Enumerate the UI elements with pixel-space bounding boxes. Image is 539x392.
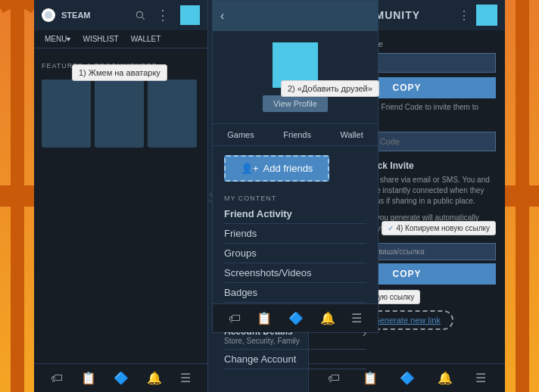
bottom-tag-icon-mid[interactable]: 🏷 <box>229 312 241 325</box>
bottom-list-icon[interactable]: 📋 <box>81 371 96 385</box>
svg-point-1 <box>136 11 142 17</box>
gift-right <box>505 0 539 392</box>
game-cards-row <box>34 76 207 151</box>
game-card-1 <box>42 79 91 148</box>
gift-left <box>0 0 34 392</box>
menu-items: Friend Activity Friends Groups Screensho… <box>213 204 378 369</box>
tab-wallet[interactable]: Wallet <box>341 130 363 139</box>
steam-nav: MENU▾ WISHLIST WALLET <box>34 30 207 48</box>
svg-point-0 <box>45 11 52 19</box>
nav-wishlist[interactable]: WISHLIST <box>79 33 121 45</box>
bottom-bell-icon-right[interactable]: 🔔 <box>438 371 453 385</box>
game-card-2 <box>95 79 144 148</box>
menu-friend-activity[interactable]: Friend Activity <box>224 204 366 224</box>
more-icon[interactable]: ⋮ <box>156 7 170 23</box>
middle-header: ‹ <box>213 1 378 31</box>
community-avatar[interactable] <box>476 5 497 26</box>
add-friends-label: Add friends <box>263 163 313 174</box>
tab-games[interactable]: Games <box>227 130 254 139</box>
game-card-3 <box>148 79 197 148</box>
search-icon[interactable] <box>135 10 145 20</box>
view-profile-button[interactable]: View Profile <box>263 95 328 112</box>
add-friends-button[interactable]: 👤+ Add friends <box>224 155 329 182</box>
bottom-bell-icon[interactable]: 🔔 <box>147 371 162 385</box>
menu-friends[interactable]: Friends <box>224 224 366 244</box>
add-friends-tooltip: 2) «Добавить друзей» <box>281 80 379 97</box>
profile-tabs: Games Friends Wallet <box>213 123 378 146</box>
bottom-list-icon-mid[interactable]: 📋 <box>257 311 272 325</box>
bottom-menu-icon[interactable]: ☰ <box>180 371 191 385</box>
main-container: steamgifts... STEAM ⋮ MENU▾ WISHLIST WAL… <box>34 0 505 392</box>
bottom-tag-icon-right[interactable]: 🏷 <box>328 372 340 385</box>
bottom-diamond-icon-mid[interactable]: 🔷 <box>288 311 304 325</box>
nav-menu[interactable]: MENU▾ <box>42 33 73 45</box>
middle-bottom-nav: 🏷 📋 🔷 🔔 ☰ <box>213 303 378 332</box>
bottom-list-icon-right[interactable]: 📋 <box>363 371 378 385</box>
left-bottom-nav: 🏷 📋 🔷 🔔 ☰ <box>34 363 207 392</box>
svg-line-2 <box>142 17 145 20</box>
bottom-tag-icon[interactable]: 🏷 <box>51 372 63 385</box>
copy-tooltip-text: 4) Копируем новую ссылку <box>396 224 490 232</box>
tab-friends[interactable]: Friends <box>283 130 311 139</box>
community-menu-icon[interactable]: ⋮ <box>458 8 470 23</box>
menu-badges[interactable]: Badges <box>224 283 366 303</box>
account-details-subtitle: Store, Security, Family <box>224 337 366 345</box>
my-content-label: MY CONTENT <box>213 191 378 204</box>
steam-logo-text: STEAM <box>61 11 91 20</box>
menu-screenshots[interactable]: Screenshots/Videos <box>224 263 366 283</box>
user-avatar-small[interactable] <box>180 5 200 25</box>
bottom-menu-icon-right[interactable]: ☰ <box>475 371 486 385</box>
bottom-bell-icon-mid[interactable]: 🔔 <box>320 311 335 325</box>
bottom-diamond-icon-right[interactable]: 🔷 <box>400 371 415 385</box>
add-friends-icon: 👤+ <box>241 163 259 174</box>
profile-area: View Profile <box>213 31 378 123</box>
menu-change-account[interactable]: Change Account <box>224 350 366 369</box>
middle-panel: ‹ View Profile 2) «Добавить друзей» Game… <box>212 0 379 333</box>
bottom-menu-icon-mid[interactable]: ☰ <box>351 311 362 325</box>
bottom-diamond-icon[interactable]: 🔷 <box>114 371 129 385</box>
menu-groups[interactable]: Groups <box>224 244 366 263</box>
steam-logo-icon <box>42 8 55 22</box>
back-button[interactable]: ‹ <box>220 9 224 23</box>
check-icon: ✓ <box>388 224 394 232</box>
left-panel: STEAM ⋮ MENU▾ WISHLIST WALLET 1) Жмем на… <box>34 0 208 392</box>
steam-header: STEAM ⋮ <box>34 0 207 30</box>
nav-wallet[interactable]: WALLET <box>128 33 164 45</box>
avatar-tooltip: 1) Жмем на аватарку <box>72 64 167 81</box>
